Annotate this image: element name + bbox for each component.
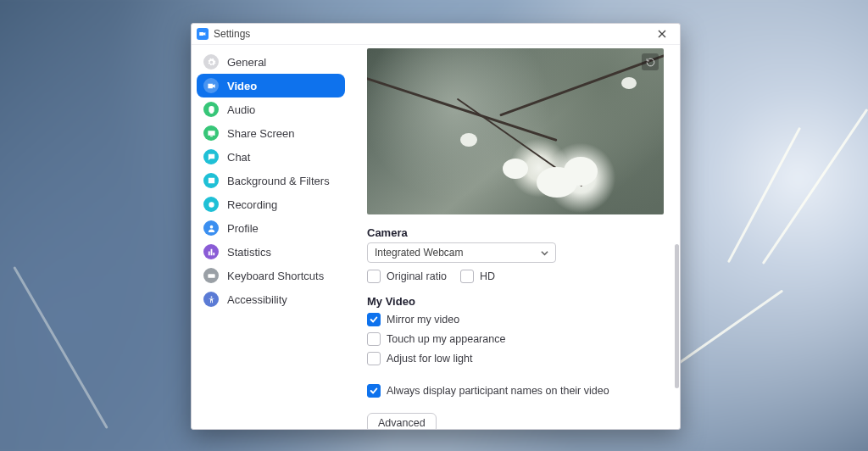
rotate-preview-button[interactable]: [642, 53, 659, 70]
svg-point-0: [209, 202, 214, 207]
gear-icon: [203, 54, 219, 70]
svg-rect-2: [208, 274, 214, 278]
close-button[interactable]: [649, 25, 675, 43]
filters-icon: [203, 173, 219, 188]
sidebar-item-label: Profile: [227, 222, 259, 235]
audio-icon: [203, 102, 219, 117]
settings-content: Camera Integrated Webcam Original ratio …: [352, 45, 680, 429]
chat-icon: [203, 149, 219, 164]
sidebar-item-video[interactable]: Video: [197, 74, 345, 97]
sidebar-item-general[interactable]: General: [197, 50, 345, 74]
sidebar-item-background-filters[interactable]: Background & Filters: [197, 169, 345, 192]
hd-label: HD: [480, 270, 495, 282]
sidebar-item-label: Statistics: [227, 246, 271, 259]
touch-up-label: Touch up my appearance: [387, 333, 505, 345]
scrollbar-thumb[interactable]: [675, 244, 679, 388]
sidebar-item-label: Video: [227, 80, 257, 92]
settings-sidebar: GeneralVideoAudioShare ScreenChatBackgro…: [192, 45, 352, 429]
profile-icon: [203, 220, 219, 236]
sidebar-item-label: Recording: [227, 198, 277, 211]
sidebar-item-label: Background & Filters: [227, 175, 330, 187]
settings-window: Settings GeneralVideoAudioShare ScreenCh…: [191, 23, 681, 430]
record-icon: [203, 197, 219, 212]
share-icon: [203, 125, 219, 141]
sidebar-item-label: Audio: [227, 103, 255, 116]
low-light-label: Adjust for low light: [387, 353, 472, 365]
sidebar-item-label: Accessibility: [227, 293, 287, 306]
mirror-my-video-checkbox[interactable]: Mirror my video: [367, 313, 665, 326]
display-names-label: Always display participant names on thei…: [387, 385, 609, 397]
sidebar-item-keyboard-shortcuts[interactable]: Keyboard Shortcuts: [197, 264, 345, 287]
video-icon: [203, 78, 219, 93]
original-ratio-checkbox[interactable]: Original ratio: [367, 270, 447, 283]
camera-select[interactable]: Integrated Webcam: [367, 242, 556, 263]
camera-heading: Camera: [367, 226, 665, 239]
mirror-label: Mirror my video: [387, 314, 459, 326]
sidebar-item-statistics[interactable]: Statistics: [197, 240, 345, 264]
a11y-icon: [203, 292, 219, 307]
low-light-checkbox[interactable]: Adjust for low light: [367, 352, 665, 365]
touch-up-checkbox[interactable]: Touch up my appearance: [367, 332, 665, 346]
hd-checkbox[interactable]: HD: [460, 270, 495, 283]
svg-point-1: [209, 225, 213, 228]
display-names-checkbox[interactable]: Always display participant names on thei…: [367, 384, 665, 398]
stats-icon: [203, 244, 219, 259]
sidebar-item-chat[interactable]: Chat: [197, 145, 345, 169]
video-preview: [367, 48, 664, 214]
sidebar-item-label: Chat: [227, 151, 250, 164]
app-icon: [197, 28, 209, 40]
sidebar-item-audio[interactable]: Audio: [197, 97, 345, 121]
camera-select-value: Integrated Webcam: [375, 247, 464, 259]
sidebar-item-accessibility[interactable]: Accessibility: [197, 287, 345, 311]
keyboard-icon: [203, 268, 219, 283]
my-video-heading: My Video: [367, 295, 665, 308]
chevron-down-icon: [541, 249, 548, 257]
sidebar-item-recording[interactable]: Recording: [197, 192, 345, 216]
window-title: Settings: [214, 28, 250, 40]
advanced-button[interactable]: Advanced: [367, 413, 437, 429]
sidebar-item-label: Share Screen: [227, 127, 295, 140]
titlebar: Settings: [192, 24, 680, 45]
svg-point-3: [210, 296, 212, 298]
sidebar-item-label: Keyboard Shortcuts: [227, 270, 324, 282]
sidebar-item-share-screen[interactable]: Share Screen: [197, 121, 345, 145]
sidebar-item-label: General: [227, 56, 266, 69]
sidebar-item-profile[interactable]: Profile: [197, 216, 345, 240]
original-ratio-label: Original ratio: [387, 270, 447, 282]
